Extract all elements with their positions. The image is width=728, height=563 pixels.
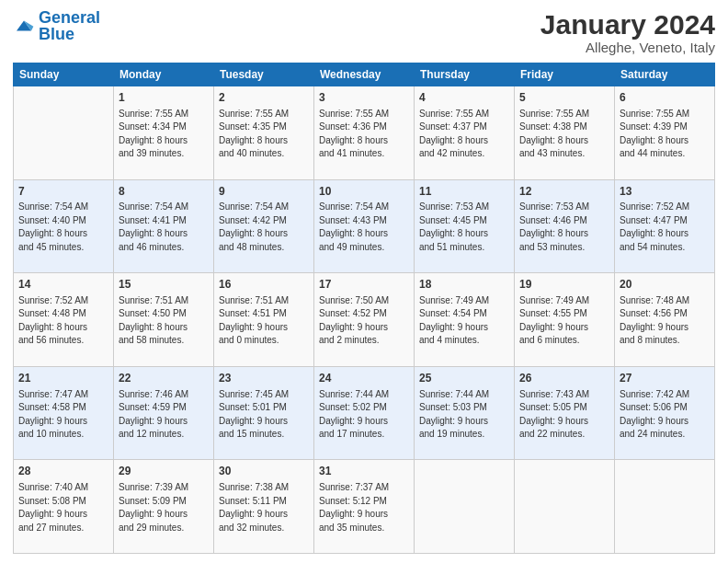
- day-number: 16: [219, 277, 309, 293]
- calendar-cell: [14, 86, 114, 180]
- calendar-row: 21Sunrise: 7:47 AMSunset: 4:58 PMDayligh…: [14, 366, 715, 460]
- calendar-cell: 18Sunrise: 7:49 AMSunset: 4:54 PMDayligh…: [415, 273, 515, 367]
- day-number: 31: [319, 464, 409, 479]
- day-info: Sunrise: 7:45 AMSunset: 5:01 PMDaylight:…: [219, 388, 309, 442]
- day-number: 6: [620, 90, 710, 106]
- calendar-body: 1Sunrise: 7:55 AMSunset: 4:34 PMDaylight…: [14, 86, 715, 554]
- calendar-subtitle: Alleghe, Veneto, Italy: [540, 40, 715, 55]
- day-info: Sunrise: 7:44 AMSunset: 5:03 PMDaylight:…: [419, 388, 509, 442]
- calendar-cell: 8Sunrise: 7:54 AMSunset: 4:41 PMDaylight…: [114, 179, 214, 273]
- logo: General Blue: [13, 9, 100, 42]
- header-day: Sunday: [14, 63, 114, 86]
- calendar-cell: 28Sunrise: 7:40 AMSunset: 5:08 PMDayligh…: [14, 460, 114, 554]
- header: General Blue January 2024 Alleghe, Venet…: [13, 9, 715, 55]
- calendar-title: January 2024: [540, 9, 715, 40]
- day-info: Sunrise: 7:52 AMSunset: 4:47 PMDaylight:…: [620, 201, 710, 254]
- day-number: 10: [319, 184, 409, 200]
- calendar-cell: 3Sunrise: 7:55 AMSunset: 4:36 PMDaylight…: [314, 86, 415, 180]
- logo-icon: [13, 15, 35, 37]
- calendar-cell: 2Sunrise: 7:55 AMSunset: 4:35 PMDaylight…: [214, 86, 314, 180]
- day-number: 29: [119, 464, 209, 479]
- day-number: 11: [419, 184, 509, 200]
- calendar-cell: 7Sunrise: 7:54 AMSunset: 4:40 PMDaylight…: [14, 179, 114, 273]
- calendar-cell: [515, 460, 615, 554]
- calendar-cell: 16Sunrise: 7:51 AMSunset: 4:51 PMDayligh…: [214, 273, 314, 367]
- calendar-cell: 11Sunrise: 7:53 AMSunset: 4:45 PMDayligh…: [415, 179, 515, 273]
- logo-blue: Blue: [39, 25, 74, 43]
- header-day: Saturday: [615, 63, 715, 86]
- day-number: 21: [18, 371, 108, 386]
- calendar-cell: 5Sunrise: 7:55 AMSunset: 4:38 PMDaylight…: [515, 86, 615, 180]
- calendar-cell: 27Sunrise: 7:42 AMSunset: 5:06 PMDayligh…: [615, 366, 715, 460]
- day-number: 24: [319, 371, 409, 386]
- day-info: Sunrise: 7:43 AMSunset: 5:05 PMDaylight:…: [519, 388, 609, 442]
- day-number: 7: [18, 184, 108, 200]
- day-number: 13: [620, 184, 710, 200]
- calendar-cell: 23Sunrise: 7:45 AMSunset: 5:01 PMDayligh…: [214, 366, 314, 460]
- day-number: 5: [519, 90, 609, 106]
- day-number: 17: [319, 277, 409, 293]
- day-number: 27: [620, 371, 710, 386]
- calendar-cell: 29Sunrise: 7:39 AMSunset: 5:09 PMDayligh…: [114, 460, 214, 554]
- calendar-cell: 24Sunrise: 7:44 AMSunset: 5:02 PMDayligh…: [314, 366, 415, 460]
- day-number: 1: [119, 90, 209, 106]
- day-info: Sunrise: 7:39 AMSunset: 5:09 PMDaylight:…: [119, 481, 209, 534]
- day-number: 19: [519, 277, 609, 293]
- day-info: Sunrise: 7:44 AMSunset: 5:02 PMDaylight:…: [319, 388, 409, 442]
- calendar-cell: 22Sunrise: 7:46 AMSunset: 4:59 PMDayligh…: [114, 366, 214, 460]
- day-info: Sunrise: 7:55 AMSunset: 4:39 PMDaylight:…: [620, 108, 710, 161]
- calendar-cell: 12Sunrise: 7:53 AMSunset: 4:46 PMDayligh…: [515, 179, 615, 273]
- day-info: Sunrise: 7:37 AMSunset: 5:12 PMDaylight:…: [319, 481, 409, 534]
- calendar-cell: 30Sunrise: 7:38 AMSunset: 5:11 PMDayligh…: [214, 460, 314, 554]
- calendar-cell: 9Sunrise: 7:54 AMSunset: 4:42 PMDaylight…: [214, 179, 314, 273]
- header-day: Monday: [114, 63, 214, 86]
- day-number: 15: [119, 277, 209, 293]
- logo-text: General Blue: [39, 9, 100, 42]
- calendar-cell: [615, 460, 715, 554]
- header-row: SundayMondayTuesdayWednesdayThursdayFrid…: [14, 63, 715, 86]
- day-info: Sunrise: 7:54 AMSunset: 4:43 PMDaylight:…: [319, 201, 409, 254]
- calendar-cell: 13Sunrise: 7:52 AMSunset: 4:47 PMDayligh…: [615, 179, 715, 273]
- calendar-cell: 26Sunrise: 7:43 AMSunset: 5:05 PMDayligh…: [515, 366, 615, 460]
- calendar-cell: [415, 460, 515, 554]
- day-number: 23: [219, 371, 309, 386]
- calendar-cell: 19Sunrise: 7:49 AMSunset: 4:55 PMDayligh…: [515, 273, 615, 367]
- header-day: Wednesday: [314, 63, 415, 86]
- calendar-row: 7Sunrise: 7:54 AMSunset: 4:40 PMDaylight…: [14, 179, 715, 273]
- day-info: Sunrise: 7:55 AMSunset: 4:34 PMDaylight:…: [119, 108, 209, 161]
- day-info: Sunrise: 7:42 AMSunset: 5:06 PMDaylight:…: [620, 388, 710, 442]
- day-info: Sunrise: 7:55 AMSunset: 4:38 PMDaylight:…: [519, 108, 609, 161]
- day-info: Sunrise: 7:53 AMSunset: 4:46 PMDaylight:…: [519, 201, 609, 254]
- day-number: 8: [119, 184, 209, 200]
- title-block: January 2024 Alleghe, Veneto, Italy: [540, 9, 715, 55]
- day-info: Sunrise: 7:55 AMSunset: 4:35 PMDaylight:…: [219, 108, 309, 161]
- day-number: 2: [219, 90, 309, 106]
- day-number: 26: [519, 371, 609, 386]
- calendar-cell: 20Sunrise: 7:48 AMSunset: 4:56 PMDayligh…: [615, 273, 715, 367]
- calendar-cell: 25Sunrise: 7:44 AMSunset: 5:03 PMDayligh…: [415, 366, 515, 460]
- day-info: Sunrise: 7:40 AMSunset: 5:08 PMDaylight:…: [18, 481, 108, 534]
- day-info: Sunrise: 7:54 AMSunset: 4:41 PMDaylight:…: [119, 201, 209, 254]
- day-info: Sunrise: 7:51 AMSunset: 4:50 PMDaylight:…: [119, 294, 209, 348]
- day-number: 20: [620, 277, 710, 293]
- day-info: Sunrise: 7:50 AMSunset: 4:52 PMDaylight:…: [319, 294, 409, 348]
- calendar-cell: 14Sunrise: 7:52 AMSunset: 4:48 PMDayligh…: [14, 273, 114, 367]
- calendar-row: 28Sunrise: 7:40 AMSunset: 5:08 PMDayligh…: [14, 460, 715, 554]
- day-info: Sunrise: 7:55 AMSunset: 4:37 PMDaylight:…: [419, 108, 509, 161]
- header-day: Thursday: [415, 63, 515, 86]
- calendar-cell: 31Sunrise: 7:37 AMSunset: 5:12 PMDayligh…: [314, 460, 415, 554]
- calendar-row: 14Sunrise: 7:52 AMSunset: 4:48 PMDayligh…: [14, 273, 715, 367]
- day-number: 18: [419, 277, 509, 293]
- calendar-cell: 4Sunrise: 7:55 AMSunset: 4:37 PMDaylight…: [415, 86, 515, 180]
- day-info: Sunrise: 7:51 AMSunset: 4:51 PMDaylight:…: [219, 294, 309, 348]
- day-info: Sunrise: 7:46 AMSunset: 4:59 PMDaylight:…: [119, 388, 209, 442]
- day-info: Sunrise: 7:53 AMSunset: 4:45 PMDaylight:…: [419, 201, 509, 254]
- day-number: 25: [419, 371, 509, 386]
- logo-general: General: [39, 8, 100, 27]
- header-day: Friday: [515, 63, 615, 86]
- day-info: Sunrise: 7:38 AMSunset: 5:11 PMDaylight:…: [219, 481, 309, 534]
- day-number: 12: [519, 184, 609, 200]
- day-number: 28: [18, 464, 108, 479]
- calendar-cell: 17Sunrise: 7:50 AMSunset: 4:52 PMDayligh…: [314, 273, 415, 367]
- day-info: Sunrise: 7:49 AMSunset: 4:54 PMDaylight:…: [419, 294, 509, 348]
